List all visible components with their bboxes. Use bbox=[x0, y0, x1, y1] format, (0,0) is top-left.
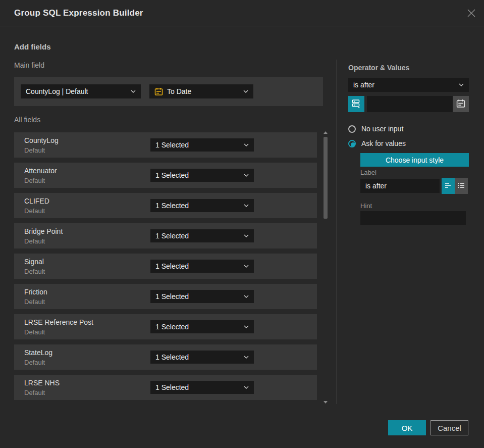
field-selection-dropdown[interactable]: 1 Selected bbox=[150, 138, 254, 152]
scrollbar-thumb[interactable] bbox=[324, 137, 328, 219]
field-name: LRSE NHS bbox=[24, 379, 60, 387]
calendar-icon bbox=[154, 87, 163, 96]
field-name: Attenuator bbox=[24, 167, 57, 175]
chevron-down-icon bbox=[459, 83, 464, 86]
field-selection-dropdown[interactable]: 1 Selected bbox=[150, 351, 254, 364]
field-selection-dropdown[interactable]: 1 Selected bbox=[150, 169, 254, 182]
chevron-down-icon bbox=[244, 174, 249, 177]
field-selection-dropdown[interactable]: 1 Selected bbox=[150, 199, 254, 212]
field-subtitle: Default bbox=[24, 177, 45, 184]
ok-button[interactable]: OK bbox=[388, 420, 426, 435]
chevron-down-icon bbox=[244, 143, 249, 146]
field-subtitle: Default bbox=[24, 359, 45, 366]
field-list-item: LRSE Reference PostDefault1 Selected bbox=[14, 314, 317, 339]
field-list-item: Bridge PointDefault1 Selected bbox=[14, 223, 317, 248]
chevron-down-icon bbox=[131, 90, 136, 93]
field-selection-value: 1 Selected bbox=[155, 232, 241, 240]
scroll-down-icon[interactable] bbox=[324, 401, 328, 404]
fields-list-scrollbar[interactable] bbox=[323, 130, 328, 406]
field-list-item: LRSE NHSDefault1 Selected bbox=[14, 375, 317, 400]
all-fields-list: CountyLogDefault1 SelectedAttenuatorDefa… bbox=[14, 132, 317, 405]
field-name: Signal bbox=[24, 258, 44, 266]
field-list-item: StateLogDefault1 Selected bbox=[14, 344, 317, 370]
chevron-down-icon bbox=[244, 204, 249, 207]
label-field-label: Label bbox=[360, 169, 377, 176]
all-fields-label: All fields bbox=[14, 116, 40, 124]
field-list-item: AttenuatorDefault1 Selected bbox=[14, 163, 317, 188]
chevron-down-icon bbox=[244, 325, 249, 328]
label-input-row bbox=[360, 178, 468, 194]
chevron-down-icon bbox=[244, 295, 249, 298]
list-icon bbox=[457, 181, 465, 191]
hint-input[interactable] bbox=[360, 211, 466, 225]
field-subtitle: Default bbox=[24, 328, 45, 336]
field-list-item: SignalDefault1 Selected bbox=[14, 254, 317, 279]
chevron-down-icon bbox=[243, 90, 248, 93]
main-field-label: Main field bbox=[14, 61, 44, 69]
value-input[interactable] bbox=[367, 96, 453, 112]
close-icon bbox=[467, 12, 476, 19]
radio-circle-icon bbox=[348, 125, 356, 133]
chevron-down-icon bbox=[244, 265, 249, 268]
calendar-icon bbox=[456, 99, 465, 110]
operator-dropdown-value: is after bbox=[353, 81, 456, 89]
main-field-dropdown[interactable]: CountyLog | Default bbox=[21, 84, 141, 98]
field-name: CountyLog bbox=[24, 136, 59, 144]
main-field-panel: CountyLog | Default To Date bbox=[14, 77, 323, 106]
field-subtitle: Default bbox=[24, 268, 45, 275]
radio-label: No user input bbox=[361, 125, 403, 133]
field-selection-dropdown[interactable]: 1 Selected bbox=[150, 381, 254, 394]
operator-values-heading: Operator & Values bbox=[348, 64, 409, 72]
list-style-button[interactable] bbox=[455, 178, 468, 194]
field-name: Friction bbox=[24, 288, 47, 296]
scroll-up-icon[interactable] bbox=[324, 131, 328, 134]
radio-ask-for-values[interactable]: Ask for values bbox=[348, 139, 406, 148]
add-fields-heading: Add fields bbox=[14, 42, 51, 51]
field-subtitle: Default bbox=[24, 237, 45, 245]
chevron-down-icon bbox=[244, 234, 249, 237]
field-subtitle: Default bbox=[24, 146, 45, 154]
field-subtitle: Default bbox=[24, 207, 45, 215]
vertical-divider bbox=[337, 60, 337, 404]
field-name: CLIFED bbox=[24, 197, 49, 205]
field-subtitle: Default bbox=[24, 298, 45, 306]
group-sql-expression-builder-dialog: Group SQL Expression Builder Add fields … bbox=[0, 0, 484, 448]
radio-no-user-input[interactable]: No user input bbox=[348, 124, 403, 133]
align-left-icon bbox=[444, 181, 452, 191]
field-selection-value: 1 Selected bbox=[155, 262, 241, 270]
radio-label: Ask for values bbox=[361, 139, 406, 147]
value-input-row bbox=[348, 96, 469, 112]
field-name: Bridge Point bbox=[24, 227, 63, 235]
label-input[interactable] bbox=[360, 179, 440, 193]
field-selection-value: 1 Selected bbox=[155, 292, 241, 301]
dialog-title: Group SQL Expression Builder bbox=[14, 0, 143, 26]
field-name: StateLog bbox=[24, 349, 52, 357]
field-selection-dropdown[interactable]: 1 Selected bbox=[150, 320, 254, 333]
calendar-picker-button[interactable] bbox=[453, 96, 469, 112]
radio-selected-icon bbox=[348, 140, 356, 147]
operator-dropdown[interactable]: is after bbox=[348, 78, 469, 92]
main-date-dropdown-value: To Date bbox=[167, 87, 240, 95]
field-selection-value: 1 Selected bbox=[155, 353, 241, 361]
hint-field-label: Hint bbox=[360, 202, 372, 210]
main-date-dropdown[interactable]: To Date bbox=[149, 84, 253, 98]
input-type-button[interactable] bbox=[348, 96, 364, 112]
field-selection-dropdown[interactable]: 1 Selected bbox=[150, 229, 254, 242]
field-list-item: CLIFEDDefault1 Selected bbox=[14, 193, 317, 218]
field-selection-value: 1 Selected bbox=[155, 141, 241, 149]
field-name: LRSE Reference Post bbox=[24, 318, 93, 326]
cancel-button[interactable]: Cancel bbox=[431, 420, 468, 435]
field-subtitle: Default bbox=[24, 389, 45, 396]
field-selection-dropdown[interactable]: 1 Selected bbox=[150, 260, 254, 273]
close-button[interactable] bbox=[466, 8, 477, 19]
main-field-dropdown-value: CountyLog | Default bbox=[26, 87, 128, 95]
field-selection-dropdown[interactable]: 1 Selected bbox=[150, 290, 254, 303]
single-value-style-button[interactable] bbox=[442, 178, 455, 194]
chevron-down-icon bbox=[244, 386, 249, 389]
field-selection-value: 1 Selected bbox=[155, 202, 241, 210]
field-selection-value: 1 Selected bbox=[155, 171, 241, 179]
choose-input-style-button[interactable]: Choose input style bbox=[360, 153, 469, 167]
dialog-header: Group SQL Expression Builder bbox=[0, 0, 484, 26]
field-selection-value: 1 Selected bbox=[155, 323, 241, 331]
input-type-icon bbox=[352, 99, 361, 110]
